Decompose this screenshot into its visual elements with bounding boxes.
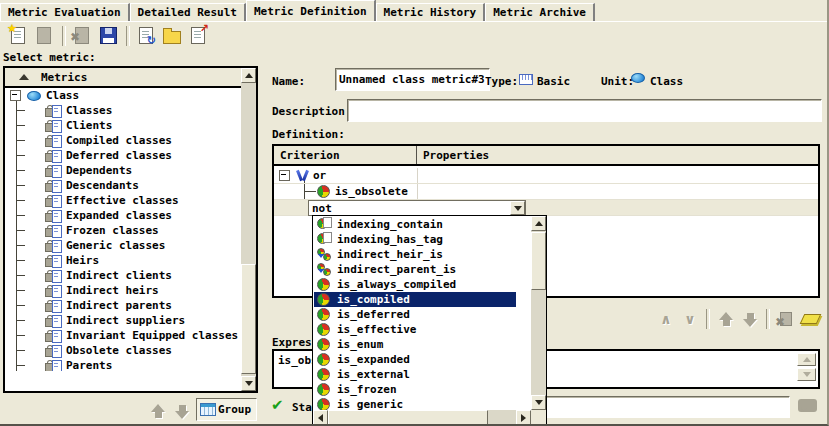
triangle-right-icon [521,414,530,422]
tree-item[interactable]: Indirect heirs [5,283,241,298]
dropdown-item-label: indirect_parent_is [337,263,456,276]
tree-item-label: Clients [66,119,112,132]
scroll-left-button[interactable] [313,410,328,425]
scrollbar-thumb[interactable] [531,232,546,290]
criterion-edit-combobox[interactable]: not [308,200,526,216]
sort-ascending-icon [19,69,29,80]
dropdown-horizontal-scrollbar[interactable] [313,410,531,425]
locked-metric-icon [45,135,63,147]
tree-item[interactable]: Indirect parents [5,298,241,313]
export-icon: ↗ [191,27,205,44]
metric-tool-panel: Metric Evaluation Detailed Result Metric… [0,0,829,426]
type-value: Basic [537,75,570,88]
tree-item[interactable]: Invariant Equipped classes [5,328,241,343]
tree-item[interactable]: Parents [5,358,241,371]
tab-metric-evaluation[interactable]: Metric Evaluation [0,3,130,21]
open-metric-file-button[interactable] [160,25,184,47]
tree-item[interactable]: Indirect suppliers [5,313,241,328]
boolean-criterion-icon [317,308,331,321]
tab-metric-archive[interactable]: Metric Archive [485,3,595,21]
tab-detailed-result[interactable]: Detailed Result [130,3,246,21]
dropdown-item-label: is_deferred [337,308,410,321]
dropdown-item[interactable]: indirect_parent_is [314,262,516,277]
dropdown-item[interactable]: is_enum [314,337,516,352]
tree-vertical-scrollbar[interactable] [241,68,256,391]
move-criterion-down-button [738,308,762,330]
export-metrics-button[interactable]: ↗ [186,25,210,47]
collapse-icon[interactable] [279,170,290,181]
collapse-icon[interactable] [10,90,21,101]
dropdown-item-selected[interactable]: is_compiled [314,292,516,307]
criterion-column-header[interactable]: Criterion [274,146,417,164]
criterion-row-not[interactable]: not [274,200,818,216]
scroll-up-button[interactable] [241,68,256,83]
move-metric-down-button [170,400,194,422]
scrollbar-thumb[interactable] [241,264,256,374]
tree-item[interactable]: Heirs [5,253,241,268]
dropdown-vertical-scrollbar[interactable] [531,216,546,410]
tree-item[interactable]: Effective classes [5,193,241,208]
criterion-dropdown-items: indexing_contain indexing_has_tag indire… [314,217,516,411]
metric-name-input[interactable]: Unnamed class metric#3 [335,68,490,91]
dropdown-item[interactable]: indirect_heir_is [314,247,516,262]
group-toggle-button[interactable]: Group [196,398,257,421]
dropdown-item[interactable]: is_always_compiled [314,277,516,292]
tree-item[interactable]: Deferred classes [5,148,241,163]
scroll-down-button[interactable] [241,376,256,391]
tree-item[interactable]: Frozen classes [5,223,241,238]
dropdown-item[interactable]: is_effective [314,322,516,337]
class-unit-icon [27,91,41,101]
tree-item[interactable]: Compiled classes [5,133,241,148]
tree-item[interactable]: Clients [5,118,241,133]
triangle-up-icon [245,69,253,78]
metric-name-value: Unnamed class metric#3 [339,73,485,86]
dropdown-item[interactable]: is_deferred [314,307,516,322]
boolean-criterion-icon [317,353,331,366]
dropdown-item[interactable]: is_frozen [314,382,516,397]
scroll-up-button[interactable] [531,216,546,231]
tree-item[interactable]: Generic classes [5,238,241,253]
tree-item-label: Frozen classes [66,224,159,237]
combo-dropdown-button[interactable] [510,201,525,215]
dropdown-item[interactable]: indexing_contain [314,217,516,232]
tree-item[interactable]: Descendants [5,178,241,193]
locked-metric-icon [45,165,63,177]
dropdown-item[interactable]: is_expanded [314,352,516,367]
locked-metric-icon [45,270,63,282]
or-operator-icon: ∨ [684,311,695,327]
scroll-right-button[interactable] [516,410,531,425]
duplicate-metric-button [32,25,56,47]
or-criterion-button: ∨ [678,308,702,330]
criterion-row-or[interactable]: or [274,168,818,184]
tab-metric-history[interactable]: Metric History [376,3,486,21]
tab-metric-definition[interactable]: Metric Definition [246,0,376,21]
scrollbar-thumb[interactable] [328,410,488,425]
clear-definition-button[interactable] [798,308,822,330]
tree-item[interactable]: Classes [5,103,241,118]
metric-tree-header[interactable]: Metrics [5,68,241,88]
dropdown-item-label: indexing_contain [337,218,443,231]
description-input[interactable] [347,99,822,122]
dropdown-item[interactable]: is_generic [314,397,516,411]
criterion-row-is-obsolete[interactable]: is_obsolete [274,184,818,200]
tree-item-class-root[interactable]: Class [5,88,241,103]
save-metric-button[interactable] [96,25,120,47]
tree-item-label: Effective classes [66,194,179,207]
tab-bar: Metric Evaluation Detailed Result Metric… [0,0,829,22]
tree-item[interactable]: Dependents [5,163,241,178]
boolean-criterion-icon [317,383,331,396]
locked-metric-icon [45,180,63,192]
tree-item[interactable]: Obsolete classes [5,343,241,358]
new-metric-button[interactable]: ★ [6,25,30,47]
delete-criterion-icon: ✖ [780,312,792,326]
scroll-down-button[interactable] [531,395,546,410]
triangle-up-icon [803,353,811,362]
reload-metrics-button[interactable]: ↻ [134,25,158,47]
dropdown-item[interactable]: is_external [314,367,516,382]
properties-column-header[interactable]: Properties [417,146,489,164]
tree-item[interactable]: Indirect clients [5,268,241,283]
tree-item[interactable]: Expanded classes [5,208,241,223]
indexing-criterion-icon [317,233,331,246]
dropdown-item[interactable]: indexing_has_tag [314,232,516,247]
locked-metric-icon [45,120,63,132]
